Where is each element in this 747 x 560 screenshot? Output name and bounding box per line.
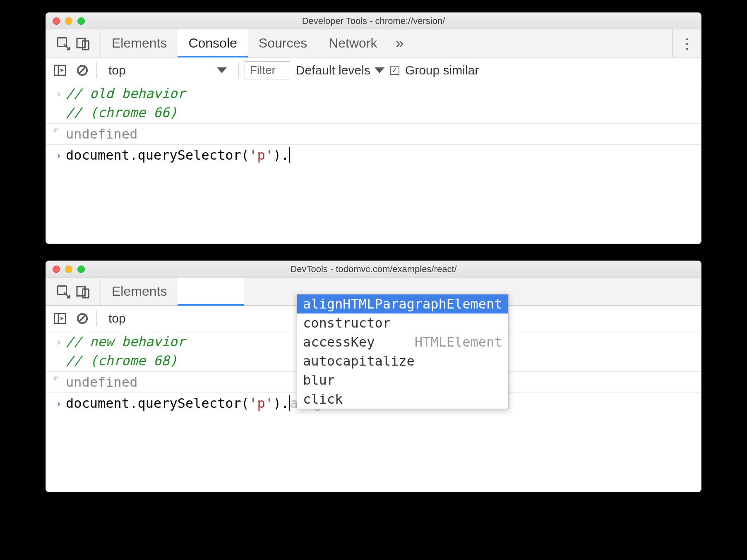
ac-label: constructor — [303, 315, 391, 331]
console-input[interactable]: document.querySelector('p'). — [66, 146, 290, 165]
context-label: top — [108, 311, 126, 325]
output-caret-icon — [52, 124, 66, 134]
svg-rect-1 — [77, 38, 85, 48]
devtools-window-2: DevTools - todomvc.com/examples/react/ E… — [46, 261, 701, 492]
console-result: undefined — [66, 124, 137, 144]
minimize-icon[interactable] — [65, 17, 72, 25]
clear-console-icon[interactable] — [74, 62, 91, 79]
context-selector[interactable]: top — [103, 311, 132, 325]
tab-elements[interactable]: Elements — [101, 278, 178, 305]
input-caret-icon: › — [52, 332, 66, 349]
comment: // (chrome 66) — [66, 105, 178, 120]
inspect-icon[interactable] — [55, 283, 72, 300]
traffic-lights — [46, 17, 85, 25]
tab-sources[interactable]: Sources — [248, 29, 318, 57]
device-toggle-icon[interactable] — [75, 283, 91, 300]
clear-console-icon[interactable] — [74, 310, 91, 327]
autocomplete-popup[interactable]: align HTMLParagraphElement constructor a… — [297, 294, 509, 409]
close-icon[interactable] — [53, 17, 60, 25]
console-prompt-row[interactable]: › document.querySelector('p'). — [46, 144, 701, 165]
autocomplete-item[interactable]: click — [297, 390, 508, 409]
comment: // new behavior — [66, 334, 185, 349]
ac-label: accessKey — [303, 334, 375, 350]
tab-console[interactable]: Console — [178, 29, 247, 57]
chevron-down-icon — [217, 67, 227, 73]
titlebar: Developer Tools - chrome://version/ — [46, 13, 701, 29]
console-code: // new behavior // (chrome 68) — [66, 332, 185, 371]
tab-network[interactable]: Network — [318, 29, 388, 57]
comment: // old behavior — [66, 86, 185, 101]
levels-label: Default levels — [296, 63, 370, 77]
console-sidebar-toggle-icon[interactable] — [52, 62, 68, 79]
filter-input[interactable]: Filter — [245, 61, 290, 79]
console-sidebar-toggle-icon[interactable] — [52, 310, 68, 327]
context-selector[interactable]: top — [103, 63, 233, 77]
console-body: › // old behavior // (chrome 66) undefin… — [46, 83, 701, 187]
code-text: ). — [273, 147, 289, 163]
context-label: top — [108, 63, 126, 77]
code-string: 'p' — [249, 147, 273, 163]
tool-group — [46, 278, 101, 305]
separator — [96, 62, 97, 79]
ac-label: autocapitalize — [303, 353, 415, 369]
console-toolbar: top Filter Default levels ✓ Group simila… — [46, 57, 701, 83]
ac-hint: HTMLParagraphElement — [343, 296, 502, 312]
input-caret-icon: › — [52, 84, 66, 101]
minimize-icon[interactable] — [65, 266, 72, 273]
autocomplete-item[interactable]: align HTMLParagraphElement — [297, 294, 508, 314]
autocomplete-item[interactable]: constructor — [297, 314, 508, 333]
prompt-caret-icon: › — [52, 394, 66, 411]
kebab-menu-icon[interactable]: ⋮ — [672, 29, 701, 57]
console-result: undefined — [66, 373, 137, 392]
window-title: DevTools - todomvc.com/examples/react/ — [46, 264, 701, 275]
chevron-down-icon — [375, 67, 384, 73]
separator — [96, 310, 97, 327]
autocomplete-item[interactable]: accessKey HTMLElement — [297, 333, 508, 352]
device-toggle-icon[interactable] — [75, 35, 91, 52]
zoom-icon[interactable] — [77, 17, 85, 25]
console-output-row: undefined — [46, 123, 701, 144]
zoom-icon[interactable] — [77, 266, 85, 273]
code-text: ). — [273, 395, 289, 411]
log-levels-selector[interactable]: Default levels — [296, 63, 384, 77]
filter-placeholder: Filter — [250, 64, 276, 77]
group-similar-checkbox[interactable]: ✓ — [390, 66, 399, 75]
traffic-lights — [46, 266, 85, 273]
tool-group — [46, 29, 101, 57]
svg-rect-6 — [77, 287, 85, 296]
code-text: document.querySelector( — [66, 147, 249, 163]
titlebar: DevTools - todomvc.com/examples/react/ — [46, 261, 701, 278]
separator — [238, 62, 239, 79]
ac-label: align — [303, 296, 343, 312]
code-string: 'p' — [249, 395, 273, 411]
comment: // (chrome 68) — [66, 353, 178, 369]
autocomplete-item[interactable]: autocapitalize — [297, 352, 508, 371]
console-code: // old behavior // (chrome 66) — [66, 84, 185, 122]
group-similar-label: Group similar — [405, 63, 479, 77]
console-input-row: › // old behavior // (chrome 66) — [46, 83, 701, 123]
tabs: Elements Console Sources Network » — [101, 29, 411, 57]
window-title: Developer Tools - chrome://version/ — [46, 16, 701, 26]
inspect-icon[interactable] — [55, 35, 72, 52]
output-caret-icon — [52, 373, 66, 383]
console-input[interactable]: document.querySelector('p').align — [66, 394, 330, 413]
ac-label: blur — [303, 372, 335, 388]
prompt-caret-icon: › — [52, 146, 66, 163]
devtools-window-1: Developer Tools - chrome://version/ Elem… — [46, 12, 701, 244]
tab-elements[interactable]: Elements — [101, 29, 178, 57]
close-icon[interactable] — [53, 266, 60, 273]
tabs: Elements — [101, 278, 244, 305]
code-text: document.querySelector( — [66, 395, 249, 411]
tabbar: Elements Console Sources Network » ⋮ — [46, 29, 701, 57]
text-cursor — [289, 147, 290, 163]
ac-label: click — [303, 391, 343, 407]
tab-console-hidden[interactable] — [178, 278, 244, 305]
autocomplete-item[interactable]: blur — [297, 371, 508, 390]
ac-hint: HTMLElement — [415, 334, 502, 350]
more-tabs-icon[interactable]: » — [388, 29, 411, 57]
